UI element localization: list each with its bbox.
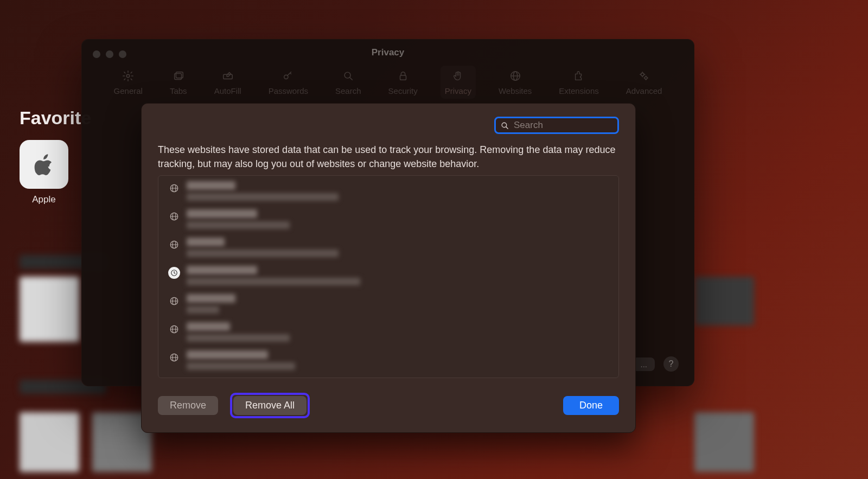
- remove-all-button[interactable]: Remove All: [233, 396, 307, 415]
- website-data-row[interactable]: [158, 317, 618, 345]
- globe-icon: [168, 295, 180, 307]
- website-data-list[interactable]: [158, 175, 619, 378]
- website-data-row-text: [187, 322, 290, 342]
- globe-icon: [168, 352, 180, 363]
- website-data-row-text: [187, 294, 235, 314]
- sheet-button-row: Remove Remove All Done: [158, 393, 619, 418]
- favorites-heading: Favorite: [20, 107, 91, 129]
- apple-logo-icon: [30, 150, 58, 178]
- manage-website-data-sheet: These websites have stored data that can…: [141, 103, 636, 433]
- remove-button[interactable]: Remove: [158, 396, 218, 415]
- clock-icon: [168, 267, 180, 279]
- blurred-content: [694, 412, 754, 472]
- website-data-row[interactable]: [158, 345, 618, 373]
- website-data-row[interactable]: [158, 232, 618, 260]
- search-input[interactable]: [513, 119, 630, 131]
- svg-line-14: [506, 126, 508, 129]
- search-field-wrap[interactable]: [494, 117, 619, 134]
- website-data-row-text: [187, 266, 360, 285]
- done-button[interactable]: Done: [563, 396, 619, 415]
- website-data-row-text: [187, 350, 295, 370]
- globe-icon: [168, 239, 180, 251]
- sheet-description: These websites have stored data that can…: [158, 143, 619, 171]
- globe-icon: [168, 182, 180, 194]
- website-data-row[interactable]: [158, 260, 618, 289]
- favorite-tile-icon-box: [20, 140, 68, 189]
- search-icon: [500, 121, 509, 130]
- globe-icon: [168, 210, 180, 222]
- website-data-row-text: [187, 238, 339, 257]
- website-data-row-text: [187, 209, 290, 229]
- blurred-content: [20, 412, 79, 472]
- favorite-tile-apple[interactable]: Apple: [20, 140, 68, 205]
- website-data-row-text: [187, 181, 339, 201]
- website-data-row[interactable]: [158, 204, 618, 232]
- website-data-row[interactable]: [158, 289, 618, 317]
- blurred-content: [694, 277, 754, 325]
- remove-all-highlight: Remove All: [230, 393, 310, 418]
- website-data-row[interactable]: [158, 176, 618, 204]
- globe-icon: [168, 323, 180, 335]
- favorite-tile-label: Apple: [20, 194, 68, 205]
- blurred-content: [20, 277, 79, 342]
